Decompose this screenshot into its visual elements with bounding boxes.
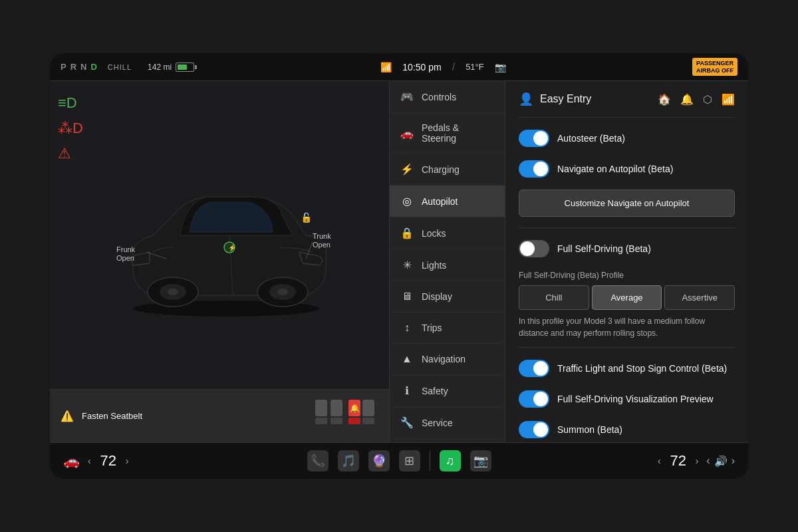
profile-description: In this profile your Model 3 will have a… <box>519 315 735 339</box>
status-bar: P R N D CHILL 142 mi 📶 10:50 pm / 51°F 📷… <box>50 53 748 81</box>
autopilot-label: Autopilot <box>422 196 458 207</box>
car-seat-thumbnail: 🔔 <box>312 396 378 436</box>
gear-n: N <box>80 62 86 72</box>
profile-selector: Chill Average Assertive <box>519 285 735 310</box>
autosteer-row: Autosteer (Beta) <box>519 123 735 154</box>
settings-title: Easy Entry <box>540 93 591 105</box>
camera-app[interactable]: 📷 <box>470 450 491 471</box>
traffic-light-label: Traffic Light and Stop Sign Control (Bet… <box>557 363 727 374</box>
navigation-label: Navigation <box>422 354 466 364</box>
controls-label: Controls <box>422 92 456 102</box>
summon-toggle[interactable] <box>519 421 549 438</box>
easy-entry-icon: 👤 <box>519 92 533 106</box>
seat-svg: 🔔 <box>312 396 378 436</box>
gear-r: R <box>70 62 76 72</box>
lights-label: Lights <box>422 260 446 271</box>
signal-icon[interactable]: 📶 <box>722 93 735 106</box>
grid-app[interactable]: ⊞ <box>399 450 420 471</box>
menu-item-display[interactable]: 🖥 Display <box>390 281 505 313</box>
profile-chill-btn[interactable]: Chill <box>519 285 589 310</box>
profile-average-btn[interactable]: Average <box>592 285 662 310</box>
menu-item-controls[interactable]: 🎮 Controls <box>390 81 505 113</box>
menu-item-pedals[interactable]: 🚗 Pedals & Steering <box>390 113 505 154</box>
car-svg: ⚡ Frunk Open Trunk Open 🔓 <box>106 149 332 322</box>
fsd-toggle[interactable] <box>519 240 549 257</box>
passenger-airbag-warning: PASSENGER AIRBAG OFF <box>692 58 737 76</box>
navigate-autopilot-row: Navigate on Autopilot (Beta) <box>519 154 735 184</box>
battery-info: 142 mi <box>148 63 194 72</box>
service-label: Service <box>422 418 453 428</box>
menu-item-autopilot[interactable]: ◎ Autopilot <box>390 186 505 217</box>
menu-item-trips[interactable]: ↕ Trips <box>390 313 505 344</box>
spotify-app[interactable]: ♫ <box>440 450 461 471</box>
car-visualization: ⚡ Frunk Open Trunk Open 🔓 <box>50 81 389 389</box>
temp-decrease-right[interactable]: ‹ <box>658 456 661 466</box>
svg-rect-19 <box>331 400 342 416</box>
left-temp-value: 72 <box>96 452 120 469</box>
volume-decrease-btn[interactable]: ‹ <box>706 455 710 467</box>
svg-text:🔔: 🔔 <box>350 403 360 413</box>
separator-1 <box>519 117 735 118</box>
header-left: 👤 Easy Entry <box>519 92 591 106</box>
svg-rect-24 <box>362 418 374 424</box>
connectivity-icon: 📶 <box>380 62 392 72</box>
navigate-autopilot-thumb <box>533 162 548 176</box>
locks-label: Locks <box>422 228 446 239</box>
temp-increase-left[interactable]: › <box>126 456 129 466</box>
main-content: ≡D ⁂D ⚠ <box>50 81 748 442</box>
trips-icon: ↕ <box>400 322 414 334</box>
menu-item-charging[interactable]: ⚡ Charging <box>390 154 505 186</box>
nav-app[interactable]: 🔮 <box>368 450 390 471</box>
camera-status-icon: 📷 <box>495 62 506 72</box>
drive-mode-badge: CHILL <box>108 63 132 71</box>
bluetooth-icon[interactable]: ⬡ <box>703 93 712 106</box>
menu-item-lights[interactable]: ✳ Lights <box>390 249 505 281</box>
profile-assertive-btn[interactable]: Assertive <box>664 285 735 310</box>
display-label: Display <box>422 291 452 302</box>
svg-rect-23 <box>362 400 374 416</box>
menu-panel: 🎮 Controls 🚗 Pedals & Steering ⚡ Chargin… <box>389 81 505 442</box>
summon-row: Summon (Beta) <box>519 414 735 442</box>
menu-item-locks[interactable]: 🔒 Locks <box>390 217 505 249</box>
fsd-toggle-thumb <box>520 241 535 256</box>
customize-navigate-btn[interactable]: Customize Navigate on Autopilot <box>519 190 735 217</box>
music-app[interactable]: 🎵 <box>338 450 359 471</box>
traffic-light-toggle[interactable] <box>519 360 549 377</box>
taskbar: 🚗 ‹ 72 › 📞 🎵 🔮 ⊞ ♫ 📷 ‹ 72 › ‹ � <box>50 442 748 479</box>
gear-p: P <box>61 62 66 72</box>
battery-fill <box>178 65 187 70</box>
phone-app[interactable]: 📞 <box>307 450 329 471</box>
safety-label: Safety <box>422 386 448 396</box>
settings-header: 👤 Easy Entry 🏠 🔔 ⬡ 📶 <box>519 92 735 106</box>
left-temp-control: ‹ 72 › <box>88 452 128 469</box>
volume-icon: 🔊 <box>714 455 728 467</box>
settings-panel: 👤 Easy Entry 🏠 🔔 ⬡ 📶 Autosteer (Beta) <box>505 81 748 442</box>
separator-2 <box>519 227 735 228</box>
locks-icon: 🔒 <box>400 227 414 239</box>
status-center: 📶 10:50 pm / 51°F 📷 <box>205 61 682 73</box>
menu-item-navigation[interactable]: ▲ Navigation <box>390 344 505 375</box>
fsd-viz-row: Full Self-Driving Visualization Preview <box>519 384 735 414</box>
traffic-light-row: Traffic Light and Stop Sign Control (Bet… <box>519 353 735 384</box>
fsd-viz-toggle[interactable] <box>519 390 549 408</box>
navigate-autopilot-toggle[interactable] <box>519 160 549 178</box>
autosteer-toggle-thumb <box>533 131 548 146</box>
fsd-row: Full Self-Driving (Beta) <box>519 233 735 264</box>
navigate-autopilot-label: Navigate on Autopilot (Beta) <box>557 164 673 174</box>
temp-increase-right[interactable]: › <box>696 456 699 466</box>
bell-icon[interactable]: 🔔 <box>680 93 694 106</box>
temp-decrease-left[interactable]: ‹ <box>88 456 91 466</box>
autopilot-icon: ◎ <box>400 195 414 207</box>
autosteer-toggle[interactable] <box>519 130 549 147</box>
home-icon[interactable]: 🏠 <box>658 93 671 106</box>
taskbar-divider <box>430 451 430 471</box>
autosteer-label: Autosteer (Beta) <box>557 133 625 144</box>
left-panel: ≡D ⁂D ⚠ <box>50 81 389 442</box>
car-home-icon[interactable]: 🚗 <box>63 453 80 469</box>
menu-item-safety[interactable]: ℹ Safety <box>390 375 505 407</box>
menu-item-service[interactable]: 🔧 Service <box>390 407 505 439</box>
volume-increase-btn[interactable]: › <box>732 455 735 467</box>
pedals-icon: 🚗 <box>400 127 414 140</box>
traffic-light-thumb <box>533 361 548 376</box>
safety-icon: ℹ <box>400 384 414 397</box>
